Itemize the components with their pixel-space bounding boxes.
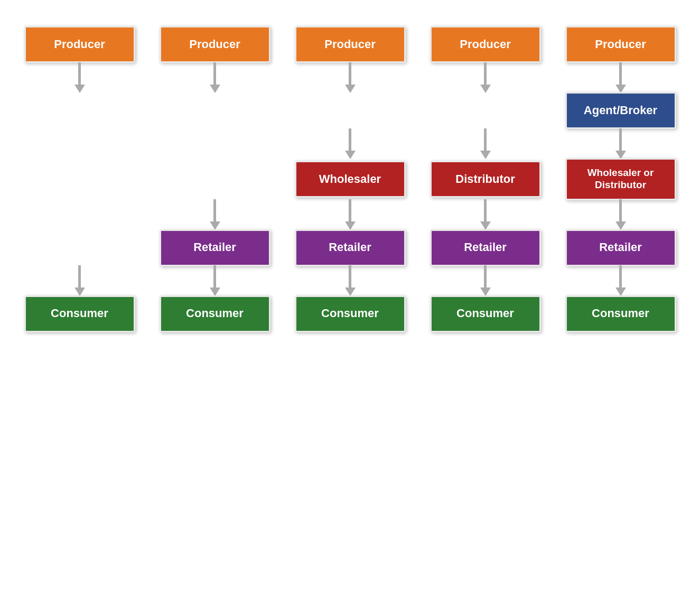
col1-consumer-row: Consumer [19, 295, 141, 332]
retailer-box-2: Retailer [160, 229, 270, 266]
wholesaler-label-5: Wholesaler or Distributor [576, 167, 665, 191]
agent-box-5: Agent/Broker [565, 92, 676, 129]
col2-agent-row [154, 92, 276, 129]
retailer-box-5: Retailer [565, 229, 676, 266]
arrow-1d [74, 265, 85, 296]
arrow-2a [210, 62, 220, 93]
col1: Producer [19, 26, 141, 63]
arrow-col-4c [425, 200, 546, 229]
col2-wholesale-row [154, 161, 276, 198]
producer-box-1: Producer [24, 26, 135, 63]
col3-retail-row: Retailer [290, 229, 411, 266]
distributor-box-4: Distributor [430, 161, 541, 198]
arrow-3b [345, 128, 356, 159]
consumer-box-5: Consumer [565, 295, 676, 332]
arrow-col-3d [290, 266, 411, 295]
arrow-col-3c [290, 200, 411, 229]
arrow-col-2d [154, 266, 276, 295]
col5-retail-row: Retailer [560, 229, 682, 266]
col1-agent-row [19, 92, 141, 129]
consumer-label-1: Consumer [51, 307, 108, 320]
arrow-col-5a [560, 63, 682, 92]
col1-wholesale-row [19, 161, 141, 198]
distributor-label-4: Distributor [455, 172, 515, 186]
arrow-3d [345, 265, 356, 296]
col4-consumer-row: Consumer [425, 295, 546, 332]
consumer-box-2: Consumer [160, 295, 270, 332]
arrow-col-5c [560, 200, 682, 229]
consumer-box-4: Consumer [430, 295, 541, 332]
arrow-5c [615, 199, 626, 230]
wholesaler-box-3: Wholesaler [295, 161, 406, 198]
col5-consumer-row: Consumer [560, 295, 682, 332]
producer-box-2: Producer [160, 26, 270, 63]
distribution-diagram: Producer Producer Producer Producer Prod… [12, 15, 688, 597]
consumer-box-3: Consumer [295, 295, 406, 332]
wholesaler-box-5: Wholesaler or Distributor [565, 158, 676, 200]
arrow-4b [480, 128, 491, 159]
wholesaler-label-3: Wholesaler [319, 172, 381, 186]
col3-consumer-row: Consumer [290, 295, 411, 332]
arrow-col-2a [154, 63, 276, 92]
arrow-col-5b [560, 129, 682, 158]
arrow-3c [345, 199, 356, 230]
consumer-label-3: Consumer [321, 307, 379, 320]
producer-label-1: Producer [54, 38, 105, 51]
col2: Producer [154, 26, 276, 63]
retailer-box-4: Retailer [430, 229, 541, 266]
arrow-4a [480, 62, 491, 93]
retailer-label-5: Retailer [599, 240, 642, 254]
col4-retail-row: Retailer [425, 229, 546, 266]
arrow-1a [74, 62, 85, 93]
consumer-label-5: Consumer [592, 307, 649, 320]
col1-retail-row [19, 229, 141, 266]
arrow-2c [210, 199, 220, 230]
arrow-col-5d [560, 266, 682, 295]
col2-retail-row: Retailer [154, 229, 276, 266]
producer-box-4: Producer [430, 26, 541, 63]
producer-label-4: Producer [460, 38, 511, 51]
arrow-col-4b [425, 129, 546, 158]
retailer-label-2: Retailer [193, 240, 236, 254]
arrow-col-4d [425, 266, 546, 295]
col2-consumer-row: Consumer [154, 295, 276, 332]
arrow-col-2c [154, 200, 276, 229]
arrow-5d [615, 265, 626, 296]
arrow-4d [480, 265, 491, 296]
consumer-label-4: Consumer [456, 307, 514, 320]
consumer-box-1: Consumer [24, 295, 135, 332]
arrow-col-4a [425, 63, 546, 92]
agent-label-5: Agent/Broker [584, 104, 657, 117]
retailer-label-3: Retailer [329, 240, 371, 254]
col4: Producer [425, 26, 546, 63]
arrow-col-1b [19, 129, 141, 158]
col5: Producer [560, 26, 682, 63]
producer-label-5: Producer [595, 38, 646, 51]
col4-agent-row [425, 92, 546, 129]
arrow-4c [480, 199, 491, 230]
arrow-col-1a [19, 63, 141, 92]
arrow-col-1c [19, 200, 141, 229]
retailer-box-3: Retailer [295, 229, 406, 266]
col3-agent-row [290, 92, 411, 129]
arrow-5b [615, 128, 626, 159]
col3-wholesale-row: Wholesaler [290, 161, 411, 198]
producer-box-3: Producer [295, 26, 406, 63]
arrow-col-2b [154, 129, 276, 158]
col5-wholesale-row: Wholesaler or Distributor [560, 158, 682, 200]
col5-agent-row: Agent/Broker [560, 92, 682, 129]
arrow-3a [345, 62, 356, 93]
arrow-col-3b [290, 129, 411, 158]
producer-box-5: Producer [565, 26, 676, 63]
arrow-col-3a [290, 63, 411, 92]
producer-label-3: Producer [324, 38, 376, 51]
col4-wholesale-row: Distributor [425, 161, 546, 198]
retailer-label-4: Retailer [464, 240, 507, 254]
producer-label-2: Producer [189, 38, 240, 51]
consumer-label-2: Consumer [186, 307, 244, 320]
arrow-col-1d [19, 266, 141, 295]
arrow-5a [615, 62, 626, 93]
col3: Producer [290, 26, 411, 63]
arrow-2d [210, 265, 220, 296]
